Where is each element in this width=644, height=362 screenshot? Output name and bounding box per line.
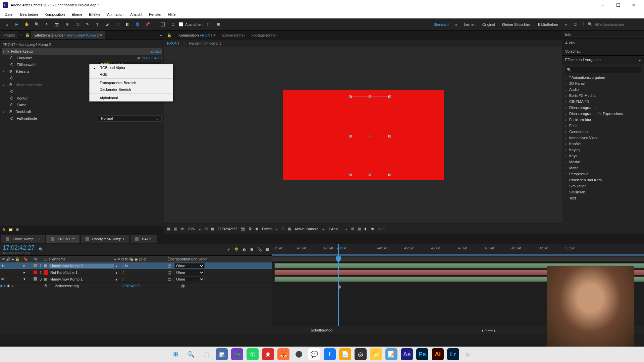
panel-overflow-icon[interactable]: » bbox=[157, 33, 164, 37]
anchor-point-icon[interactable]: ✦ bbox=[368, 133, 372, 139]
selection-tool-icon[interactable]: ▶ bbox=[13, 20, 21, 28]
effect-reset[interactable]: Zurück bbox=[150, 49, 162, 53]
search-icon[interactable]: 🔍 bbox=[185, 348, 197, 360]
tl-icon[interactable]: ⊡ bbox=[266, 247, 269, 252]
camera-icon[interactable]: 📷 bbox=[240, 227, 245, 231]
layer-bounding-box[interactable]: ✦ bbox=[350, 97, 390, 175]
timeline-timecode[interactable]: 17:02:42:27 bbox=[3, 244, 35, 251]
tab-ebene[interactable]: Ebene (ohne) bbox=[222, 33, 245, 37]
effect-category[interactable]: Dienstprogramm bbox=[563, 105, 643, 111]
parent-dropdown[interactable]: Ohne bbox=[174, 277, 205, 282]
ausrichten-checkbox[interactable] bbox=[179, 22, 183, 26]
snap-icon[interactable]: ⊡ bbox=[169, 20, 177, 28]
stopwatch-icon[interactable]: ⏱ bbox=[9, 62, 14, 67]
illustrator-icon[interactable]: Ai bbox=[432, 348, 444, 360]
effect-category[interactable]: Stilisieren bbox=[563, 189, 643, 195]
anchor-tool-icon[interactable]: ⊕ bbox=[63, 20, 71, 28]
effect-category[interactable]: Matte bbox=[563, 165, 643, 171]
workspace-reset-icon[interactable]: ⊡ bbox=[574, 22, 577, 26]
tl-icon[interactable]: ⊞ bbox=[250, 247, 253, 252]
pen-tool-icon[interactable]: ✎ bbox=[83, 20, 91, 28]
menu-ebene[interactable]: Ebene bbox=[68, 11, 86, 18]
fuellmethode-dropdown[interactable]: Normal ⌄ bbox=[98, 115, 162, 122]
roto-tool-icon[interactable]: 👤 bbox=[133, 20, 142, 28]
minimize-button[interactable]: ─ bbox=[595, 0, 610, 10]
stopwatch-icon[interactable]: ⏱ bbox=[8, 82, 13, 87]
lightroom-icon[interactable]: Lr bbox=[447, 348, 459, 360]
parent-dropdown[interactable]: Ohne bbox=[174, 263, 205, 268]
effect-category[interactable]: Perspektive bbox=[563, 171, 643, 177]
tab-more-icon[interactable]: × bbox=[19, 33, 23, 37]
composition-viewer[interactable]: ✦ bbox=[164, 47, 562, 224]
twirl-icon[interactable]: ▸ bbox=[3, 110, 7, 114]
effect-category[interactable]: Simulation bbox=[563, 183, 643, 189]
effect-category[interactable]: Maske bbox=[563, 159, 643, 165]
effect-category[interactable]: 3D-Kanal bbox=[563, 80, 643, 86]
dropdown-option-alphakanal[interactable]: Alphakanal bbox=[90, 95, 173, 101]
puppet-tool-icon[interactable]: 📌 bbox=[144, 20, 152, 28]
camera-tool-icon[interactable]: 📷 bbox=[53, 20, 61, 28]
chevron-down-icon[interactable]: ⌄ bbox=[345, 227, 348, 231]
menu-datei[interactable]: Datei bbox=[1, 11, 17, 18]
viewer-icon[interactable]: ⊞ bbox=[205, 227, 208, 231]
layer-row-3[interactable]: 👁 ▾ 3 ▦ Handy.mp4 Komp 1 ⬥ ╱ @ Ohne bbox=[0, 276, 272, 283]
stopwatch-icon[interactable]: ⏱ bbox=[8, 69, 13, 74]
workspace-overflow-icon[interactable]: » bbox=[565, 22, 567, 26]
tab-komposition[interactable]: Komposition FRONT ≡ bbox=[178, 33, 216, 37]
exposure-value[interactable]: +0,0 bbox=[377, 227, 385, 231]
app-icon[interactable]: 📹 bbox=[231, 348, 243, 360]
stopwatch-icon[interactable]: ⏱ bbox=[8, 109, 13, 114]
clone-tool-icon[interactable]: ⬚ bbox=[113, 20, 121, 28]
workspace-lernen[interactable]: Lernen bbox=[464, 22, 476, 26]
tab-footage[interactable]: Footage (ohne) bbox=[251, 33, 276, 37]
effect-name[interactable]: Füllwerkzeug bbox=[11, 49, 151, 53]
fuellpunkt-value[interactable]: 960,0;540,0 bbox=[142, 56, 162, 60]
tab-effekteinstellungen[interactable]: Effekteinstellungen Handy.mp4 Komp 2 ≡ bbox=[31, 31, 106, 39]
explorer-icon[interactable]: 📁 bbox=[370, 348, 382, 360]
shape-tool-icon[interactable]: ▢ bbox=[73, 20, 81, 28]
firefox-icon[interactable]: 🦊 bbox=[277, 348, 289, 360]
color-icon[interactable]: ◉ bbox=[255, 227, 259, 231]
search-icon[interactable]: 🔍 bbox=[39, 247, 43, 252]
workspace-kleiner[interactable]: Kleiner Bildschirm bbox=[502, 22, 531, 26]
tl-icon[interactable]: ⤢ bbox=[227, 247, 230, 252]
playhead[interactable] bbox=[338, 244, 339, 326]
workspace-original[interactable]: Original bbox=[482, 22, 495, 26]
camera-dropdown[interactable]: Aktive Kamera bbox=[294, 227, 319, 231]
workspace-bibliotheken[interactable]: Bibliotheken bbox=[538, 22, 558, 26]
effect-category[interactable]: Immersives Video bbox=[563, 135, 643, 141]
viewer-icon[interactable]: ▦ bbox=[167, 227, 170, 231]
effect-category[interactable]: Boris FX Mocha bbox=[563, 93, 643, 99]
viewer-icon[interactable]: ⊞ bbox=[351, 227, 354, 231]
effect-category[interactable]: Keys bbox=[563, 153, 643, 159]
section-audio[interactable]: Audio bbox=[562, 39, 644, 47]
twirl-icon[interactable]: ▸ bbox=[3, 69, 7, 74]
tab-lock-icon[interactable]: 🔒 bbox=[24, 33, 31, 37]
after-effects-icon[interactable]: Ae bbox=[401, 348, 413, 360]
menu-bearbeiten[interactable]: Bearbeiten bbox=[17, 11, 41, 18]
workspace-standard[interactable]: Standard bbox=[434, 22, 449, 26]
bin-icon[interactable]: 🗑 bbox=[2, 228, 6, 232]
snapshot-icon[interactable] bbox=[159, 20, 167, 28]
settings-icon[interactable]: ⚙ bbox=[16, 228, 19, 232]
messenger-icon[interactable]: 💬 bbox=[308, 348, 320, 360]
effect-category[interactable]: Keying bbox=[563, 147, 643, 153]
panel-menu-icon[interactable]: ≡ bbox=[639, 58, 641, 62]
obs-icon[interactable]: ◎ bbox=[355, 348, 367, 360]
brush-tool-icon[interactable]: 🖌 bbox=[103, 20, 111, 28]
home-icon[interactable]: ⌂ bbox=[3, 20, 11, 28]
whatsapp-icon[interactable]: ✆ bbox=[247, 348, 259, 360]
menu-fenster[interactable]: Fenster bbox=[146, 11, 165, 18]
viewer-icon[interactable]: ▦ bbox=[211, 227, 214, 231]
nav-front[interactable]: FRONT bbox=[167, 41, 180, 45]
gear-icon[interactable]: ⚙ bbox=[249, 227, 252, 231]
app-icon[interactable]: ⚫ bbox=[293, 348, 305, 360]
effect-category[interactable]: CINEMA 4D bbox=[563, 99, 643, 105]
tl-icon[interactable]: 🌳 bbox=[234, 247, 239, 252]
app-icon[interactable]: ▦ bbox=[216, 348, 228, 360]
type-tool-icon[interactable]: T bbox=[93, 20, 101, 28]
timeline-footer-label[interactable]: Schalter/Modi bbox=[311, 328, 333, 332]
viewer-icon[interactable]: ◐ bbox=[364, 227, 368, 231]
stopwatch-icon[interactable]: ⏱ bbox=[9, 103, 14, 107]
snap-mid-icon[interactable]: ⊞ bbox=[215, 20, 223, 28]
